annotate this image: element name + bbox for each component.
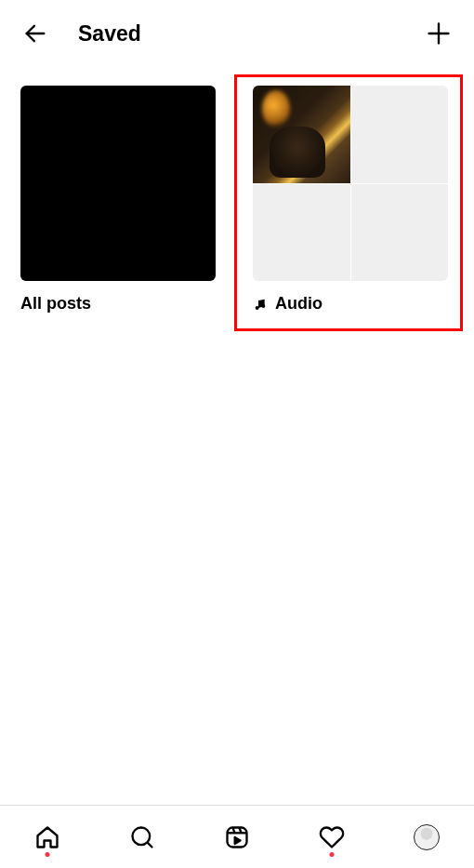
nav-activity[interactable]	[313, 816, 350, 859]
nav-home[interactable]	[29, 816, 66, 859]
header: Saved	[0, 0, 474, 67]
search-icon	[129, 824, 155, 850]
collection-preview-empty	[351, 184, 449, 282]
back-button[interactable]	[19, 17, 52, 50]
svg-point-3	[256, 306, 259, 310]
collection-thumbnail	[20, 86, 216, 281]
home-icon	[34, 824, 60, 850]
notification-dot	[330, 852, 335, 857]
collection-label: All posts	[20, 294, 216, 314]
collections-grid: All posts Audio	[0, 67, 474, 314]
bottom-nav	[0, 805, 474, 868]
add-collection-button[interactable]	[422, 17, 455, 50]
nav-profile[interactable]	[408, 816, 445, 859]
arrow-left-icon	[22, 20, 48, 47]
collection-thumbnail	[253, 86, 448, 281]
collection-label-text: Audio	[275, 294, 323, 314]
collection-all-posts[interactable]: All posts	[20, 86, 216, 314]
plus-icon	[426, 20, 452, 47]
heart-icon	[319, 824, 345, 850]
reels-icon	[224, 824, 250, 850]
music-note-icon	[253, 297, 268, 312]
profile-avatar-icon	[414, 824, 440, 850]
collection-preview-empty	[351, 86, 449, 183]
page-title: Saved	[78, 21, 422, 47]
svg-line-6	[148, 842, 152, 847]
collection-preview-empty	[253, 184, 350, 282]
notification-dot	[46, 852, 50, 857]
svg-point-4	[261, 304, 265, 308]
nav-reels[interactable]	[218, 816, 256, 859]
collection-label-text: All posts	[20, 294, 91, 314]
nav-search[interactable]	[124, 816, 161, 859]
collection-preview-image	[253, 86, 350, 183]
collection-audio[interactable]: Audio	[253, 86, 448, 314]
svg-rect-7	[228, 827, 247, 847]
collection-label: Audio	[253, 294, 448, 314]
